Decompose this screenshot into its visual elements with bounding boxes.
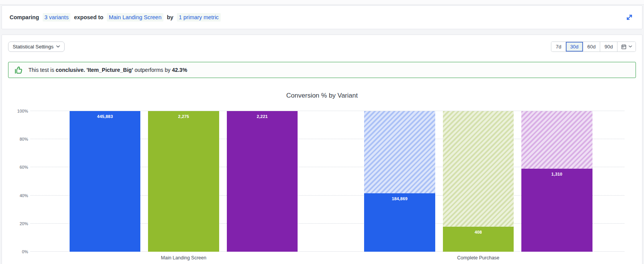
bar-group-2: 184,8694081,310Complete Purchase [364,111,592,252]
bar-solid-segment: 2,221 [227,111,298,252]
bar-value-label: 408 [443,230,514,234]
statistical-settings-label: Statistical Settings [13,44,53,50]
bar-blue-group2[interactable]: 184,869 [364,111,435,252]
custom-date-range-button[interactable] [617,42,636,51]
bar-value-label: 2,275 [148,114,219,119]
bar-blue-group1[interactable]: 445,883 [70,111,140,252]
bar-solid-segment: 408 [443,227,514,252]
banner-prefix: This test is [28,67,54,73]
primary-metric-link[interactable]: 1 primary metric [177,13,221,22]
calendar-icon [621,44,627,50]
bar-purple-group2[interactable]: 1,310 [521,111,592,252]
bar-solid-segment: 184,869 [364,193,435,252]
statistical-settings-button[interactable]: Statistical Settings [8,42,65,52]
banner-variant-name: 'Item_Picture_Big' [87,67,133,73]
bar-value-label: 445,883 [70,114,140,119]
comparing-label: Comparing [10,14,39,20]
bar-solid-segment: 2,275 [148,111,219,252]
chevron-down-icon [629,45,632,48]
expand-button[interactable] [624,12,634,22]
y-tick-label: 60% [6,165,28,169]
bar-remainder-hatched [443,111,514,227]
thumbs-up-icon [14,65,23,75]
compare-sentence: Comparing 3 variants exposed to Main Lan… [10,13,221,22]
exposed-to-label: exposed to [74,14,103,20]
variants-link[interactable]: 3 variants [43,13,71,22]
bar-remainder-hatched [521,111,592,169]
expand-diagonal-icon [626,13,633,21]
bar-green-group1[interactable]: 2,275 [148,111,219,252]
experiment-results-panel: Statistical Settings 7d 30d 60d 90d [2,35,642,264]
bar-value-label: 1,310 [521,172,592,176]
compare-header-panel: Comparing 3 variants exposed to Main Lan… [2,5,642,29]
bar-group-1: 445,8832,2752,221Main Landing Screen [70,111,298,252]
bar-purple-group1[interactable]: 2,221 [227,111,298,252]
y-tick-label: 40% [6,193,28,198]
x-axis-category-label: Complete Purchase [364,255,592,261]
bar-solid-segment: 445,883 [70,111,140,252]
by-label: by [167,14,173,20]
bar-value-label: 184,869 [364,196,435,201]
page-top-strip [0,0,644,5]
bar-remainder-hatched [364,111,435,193]
bar-solid-segment: 1,310 [521,169,592,252]
bar-green-group2[interactable]: 408 [443,111,514,252]
date-range-segmented-control: 7d 30d 60d 90d [551,42,636,52]
bar-value-label: 2,221 [227,114,298,119]
banner-lift-value: 42.3% [172,67,187,73]
x-axis-category-label: Main Landing Screen [70,255,298,261]
y-tick-label: 100% [6,109,28,113]
plot-area: 445,8832,2752,221Main Landing Screen184,… [30,111,624,252]
range-60d-button[interactable]: 60d [583,42,601,51]
exposure-event-link[interactable]: Main Landing Screen [107,13,163,22]
banner-message: This test is conclusive. 'Item_Picture_B… [28,67,187,73]
y-tick-label: 0% [6,249,28,254]
conclusive-result-banner: This test is conclusive. 'Item_Picture_B… [8,62,636,78]
range-7d-button[interactable]: 7d [551,42,566,51]
banner-conclusive: conclusive. [56,67,85,73]
conversion-chart: 0%20%40%60%80%100% 445,8832,2752,221Main… [8,111,636,252]
y-tick-label: 80% [6,137,28,141]
range-30d-button[interactable]: 30d [566,42,583,51]
chevron-down-icon [56,45,60,48]
banner-middle: outperforms by [135,67,170,73]
y-tick-label: 20% [6,221,28,226]
chart-title: Conversion % by Variant [8,91,636,100]
chart-toolbar: Statistical Settings 7d 30d 60d 90d [8,41,636,52]
y-axis: 0%20%40%60%80%100% [8,111,30,252]
range-90d-button[interactable]: 90d [600,42,617,51]
